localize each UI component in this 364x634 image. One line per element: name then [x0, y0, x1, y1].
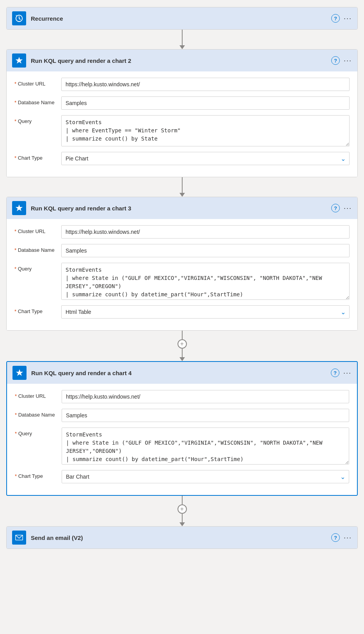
step4-database-name-label: * Database Name [15, 409, 62, 418]
step3-title: Run KQL query and render a chart 3 [31, 205, 331, 212]
step2-query-row: * Query StormEvents | where EventType ==… [14, 115, 350, 146]
step2-query-label: * Query [14, 115, 61, 124]
step3-database-name-input[interactable] [61, 244, 350, 257]
step3-cluster-url-row: * Cluster URL [14, 225, 350, 239]
step3-chart-type-label: * Chart Type [14, 305, 61, 314]
step3-body: * Cluster URL * Database Name * Query St… [7, 219, 357, 330]
step2-menu-button[interactable]: ··· [344, 57, 352, 65]
send-email-card: Send an email (V2) ? ··· [6, 526, 358, 549]
step3-help-button[interactable]: ? [331, 204, 340, 212]
svg-marker-1 [16, 57, 23, 64]
send-email-actions: ? ··· [331, 533, 352, 542]
step2-svg-icon [15, 56, 23, 65]
connector-plus-2: + [6, 496, 358, 526]
svg-marker-3 [16, 369, 23, 376]
step3-chart-type-row: * Chart Type Html Table Pie Chart Bar Ch… [14, 305, 350, 319]
connector-plus-1: + [6, 331, 358, 361]
step2-actions: ? ··· [331, 56, 352, 65]
step3-svg-icon [15, 204, 23, 212]
step3-database-name-label: * Database Name [14, 244, 61, 253]
step2-chart-type-row: * Chart Type Pie Chart Bar Chart Html Ta… [14, 152, 350, 165]
step3-query-label: * Query [14, 263, 61, 272]
step2-database-name-input[interactable] [61, 96, 350, 110]
recurrence-menu-button[interactable]: ··· [344, 14, 352, 23]
recurrence-actions: ? ··· [331, 14, 352, 23]
step2-cluster-url-input[interactable] [61, 78, 350, 91]
step2-query-input[interactable]: StormEvents | where EventType == "Winter… [61, 115, 350, 146]
connector-1 [6, 30, 358, 49]
recurrence-title: Recurrence [31, 15, 331, 22]
recurrence-header: Recurrence ? ··· [7, 7, 357, 29]
step2-card: Run KQL query and render a chart 2 ? ···… [6, 49, 358, 177]
step3-card: Run KQL query and render a chart 3 ? ···… [6, 197, 358, 331]
step4-query-row: * Query StormEvents | where State in ("G… [15, 427, 349, 465]
step4-chart-type-select-wrap: Bar Chart Pie Chart Html Table ⌄ [62, 470, 349, 483]
step2-header: Run KQL query and render a chart 2 ? ··· [7, 50, 357, 71]
send-email-svg-icon [15, 533, 23, 542]
step4-query-input[interactable]: StormEvents | where State in ("GULF OF M… [62, 427, 349, 465]
step3-cluster-url-input[interactable] [61, 225, 350, 239]
step3-actions: ? ··· [331, 204, 352, 212]
send-email-help-button[interactable]: ? [331, 533, 340, 542]
step4-header: Run KQL query and render a chart 4 ? ··· [7, 362, 357, 384]
step4-cluster-url-label: * Cluster URL [15, 390, 62, 399]
send-email-title: Send an email (V2) [31, 534, 331, 541]
step3-chart-type-select-wrap: Html Table Pie Chart Bar Chart ⌄ [61, 305, 350, 319]
step2-chart-type-label: * Chart Type [14, 152, 61, 161]
step4-chart-type-label: * Chart Type [15, 470, 62, 479]
step4-card: Run KQL query and render a chart 4 ? ···… [6, 361, 358, 496]
step3-query-input[interactable]: StormEvents | where State in ("GULF OF M… [61, 263, 350, 300]
step3-database-name-row: * Database Name [14, 244, 350, 257]
step4-database-name-input[interactable] [62, 409, 349, 422]
step4-actions: ? ··· [331, 369, 352, 377]
step3-icon [12, 201, 26, 215]
step2-chart-type-select[interactable]: Pie Chart Bar Chart Html Table [61, 152, 350, 165]
step4-cluster-url-row: * Cluster URL [15, 390, 349, 403]
step4-menu-button[interactable]: ··· [343, 369, 352, 377]
step3-query-row: * Query StormEvents | where State in ("G… [14, 263, 350, 300]
recurrence-svg-icon [15, 14, 23, 23]
step4-svg-icon [15, 369, 24, 377]
recurrence-card: Recurrence ? ··· [6, 7, 358, 30]
recurrence-icon [12, 11, 26, 25]
add-step-button-2[interactable]: + [178, 504, 187, 514]
step4-chart-type-row: * Chart Type Bar Chart Pie Chart Html Ta… [15, 470, 349, 483]
step3-cluster-url-label: * Cluster URL [14, 225, 61, 234]
step2-cluster-url-row: * Cluster URL [14, 78, 350, 91]
step2-chart-type-select-wrap: Pie Chart Bar Chart Html Table ⌄ [61, 152, 350, 165]
add-step-button-1[interactable]: + [178, 339, 187, 349]
connector-2 [6, 177, 358, 197]
svg-marker-2 [16, 205, 23, 211]
step3-header: Run KQL query and render a chart 3 ? ··· [7, 197, 357, 219]
step4-cluster-url-input[interactable] [62, 390, 349, 403]
step4-title: Run KQL query and render a chart 4 [31, 370, 331, 376]
send-email-menu-button[interactable]: ··· [344, 534, 352, 542]
step2-title: Run KQL query and render a chart 2 [31, 57, 331, 64]
recurrence-help-button[interactable]: ? [331, 14, 340, 23]
step4-chart-type-select[interactable]: Bar Chart Pie Chart Html Table [62, 470, 349, 483]
step4-body: * Cluster URL * Database Name * Query St… [7, 384, 357, 495]
step2-cluster-url-label: * Cluster URL [14, 78, 61, 87]
step2-database-name-label: * Database Name [14, 96, 61, 105]
send-email-header: Send an email (V2) ? ··· [7, 527, 357, 549]
step2-database-name-row: * Database Name [14, 96, 350, 110]
step4-icon [12, 366, 27, 380]
step4-query-label: * Query [15, 427, 62, 436]
step2-body: * Cluster URL * Database Name * Query St… [7, 71, 357, 177]
step3-chart-type-select[interactable]: Html Table Pie Chart Bar Chart [61, 305, 350, 319]
step4-help-button[interactable]: ? [331, 369, 339, 377]
step2-help-button[interactable]: ? [331, 56, 340, 65]
send-email-icon [12, 531, 26, 545]
step4-database-name-row: * Database Name [15, 409, 349, 422]
step2-icon [12, 53, 26, 68]
step3-menu-button[interactable]: ··· [344, 204, 352, 212]
